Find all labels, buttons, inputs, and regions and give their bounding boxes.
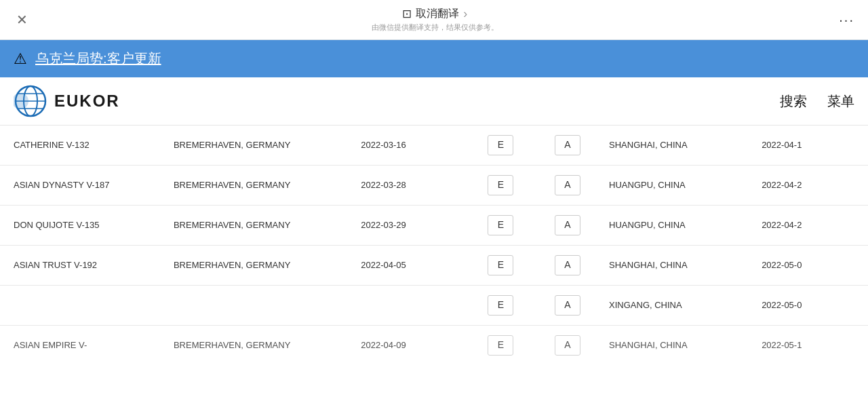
translate-label: 取消翻译	[416, 7, 459, 21]
table-row: ASIAN DYNASTY V-187BREMERHAVEN, GERMANY2…	[0, 166, 868, 206]
port-from: BREMERHAVEN, GERMANY	[165, 206, 353, 246]
vessel-name: DON QUIJOTE V-135	[0, 206, 165, 246]
badge-e: E	[467, 206, 534, 246]
badge-e-badge: E	[488, 215, 513, 235]
badge-e-badge: E	[488, 135, 513, 155]
menu-button[interactable]: 菜单	[827, 92, 854, 111]
schedule-table-container: CATHERINE V-132BREMERHAVEN, GERMANY2022-…	[0, 126, 868, 365]
badge-a: A	[534, 166, 601, 206]
nav-actions: 搜索 菜单	[780, 92, 854, 111]
warning-icon: ⚠	[14, 50, 27, 68]
chevron-right-icon: ›	[463, 7, 467, 21]
date-from	[353, 286, 467, 326]
table-row: DON QUIJOTE V-135BREMERHAVEN, GERMANY202…	[0, 206, 868, 246]
date-from: 2022-03-16	[353, 126, 467, 166]
table-row: EAXINGANG, CHINA2022-05-0	[0, 286, 868, 326]
warning-text[interactable]: 乌克兰局势:客户更新	[35, 50, 161, 68]
badge-e: E	[467, 246, 534, 286]
port-to: HUANGPU, CHINA	[601, 166, 753, 206]
vessel-name: ASIAN DYNASTY V-187	[0, 166, 165, 206]
port-from: BREMERHAVEN, GERMANY	[165, 166, 353, 206]
date-from: 2022-04-09	[353, 326, 467, 366]
date-to: 2022-05-1	[753, 326, 868, 366]
port-to: XINGANG, CHINA	[601, 286, 753, 326]
badge-a: A	[534, 206, 601, 246]
logo-text: EUKOR	[54, 92, 120, 111]
vessel-name: ASIAN TRUST V-192	[0, 246, 165, 286]
more-button[interactable]: ···	[839, 12, 854, 28]
translate-button[interactable]: ⊡ 取消翻译 ›	[402, 7, 467, 21]
badge-a: A	[534, 286, 601, 326]
port-to: HUANGPU, CHINA	[601, 206, 753, 246]
badge-e-badge: E	[488, 295, 513, 316]
date-from: 2022-04-05	[353, 246, 467, 286]
logo-globe-icon	[14, 84, 47, 118]
port-to: SHANGHAI, CHINA	[601, 246, 753, 286]
port-to: SHANGHAI, CHINA	[601, 326, 753, 366]
date-to: 2022-05-0	[753, 246, 868, 286]
port-from: BREMERHAVEN, GERMANY	[165, 326, 353, 366]
port-from: BREMERHAVEN, GERMANY	[165, 246, 353, 286]
close-button[interactable]: ✕	[14, 9, 31, 31]
port-from	[165, 286, 353, 326]
vessel-name	[0, 286, 165, 326]
port-from: BREMERHAVEN, GERMANY	[165, 126, 353, 166]
badge-e: E	[467, 326, 534, 366]
vessel-name: CATHERINE V-132	[0, 126, 165, 166]
badge-a-badge: A	[555, 215, 580, 235]
search-button[interactable]: 搜索	[780, 92, 807, 111]
badge-a-badge: A	[555, 135, 580, 155]
table-row: ASIAN EMPIRE V-BREMERHAVEN, GERMANY2022-…	[0, 326, 868, 366]
badge-e: E	[467, 126, 534, 166]
badge-a: A	[534, 126, 601, 166]
date-to: 2022-04-2	[753, 166, 868, 206]
badge-e-badge: E	[488, 255, 513, 275]
badge-a: A	[534, 246, 601, 286]
warning-banner: ⚠ 乌克兰局势:客户更新	[0, 40, 868, 77]
translate-center: ⊡ 取消翻译 › 由微信提供翻译支持，结果仅供参考。	[372, 7, 498, 33]
badge-e-badge: E	[488, 175, 513, 195]
translate-icon: ⊡	[402, 7, 412, 21]
badge-a: A	[534, 326, 601, 366]
badge-a-badge: A	[555, 255, 580, 275]
logo-area: EUKOR	[14, 84, 120, 118]
top-bar: ✕ ⊡ 取消翻译 › 由微信提供翻译支持，结果仅供参考。 ···	[0, 0, 868, 40]
badge-a-badge: A	[555, 335, 580, 356]
badge-a-badge: A	[555, 295, 580, 316]
vessel-name: ASIAN EMPIRE V-	[0, 326, 165, 366]
date-to: 2022-05-0	[753, 286, 868, 326]
site-header: EUKOR 搜索 菜单	[0, 77, 868, 126]
svg-point-5	[14, 93, 28, 109]
date-to: 2022-04-1	[753, 126, 868, 166]
table-row: CATHERINE V-132BREMERHAVEN, GERMANY2022-…	[0, 126, 868, 166]
date-from: 2022-03-29	[353, 206, 467, 246]
table-row: ASIAN TRUST V-192BREMERHAVEN, GERMANY202…	[0, 246, 868, 286]
port-to: SHANGHAI, CHINA	[601, 126, 753, 166]
translate-subtitle: 由微信提供翻译支持，结果仅供参考。	[372, 22, 498, 33]
schedule-table: CATHERINE V-132BREMERHAVEN, GERMANY2022-…	[0, 126, 868, 365]
badge-a-badge: A	[555, 175, 580, 195]
badge-e: E	[467, 166, 534, 206]
date-from: 2022-03-28	[353, 166, 467, 206]
badge-e-badge: E	[488, 335, 513, 356]
date-to: 2022-04-2	[753, 206, 868, 246]
badge-e: E	[467, 286, 534, 326]
